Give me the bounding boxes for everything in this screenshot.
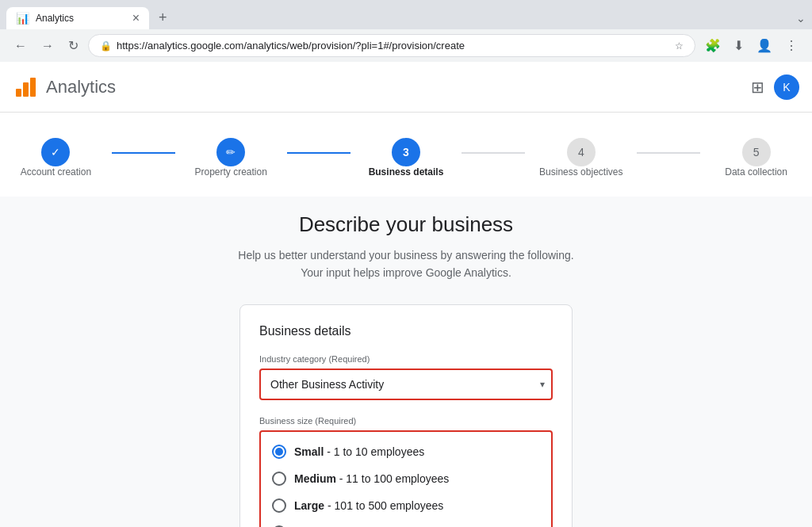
- size-large-label: Large - 101 to 500 employees: [294, 499, 443, 512]
- forward-nav-button[interactable]: →: [36, 36, 59, 56]
- header-right: ⊞ K: [751, 74, 799, 100]
- browser-chrome: 📊 Analytics × + ⌄ ← → ↻ 🔒 https://analyt…: [0, 0, 812, 62]
- business-size-label: Business size (Required): [259, 416, 553, 426]
- browser-tab[interactable]: 📊 Analytics ×: [6, 7, 149, 29]
- stepper: ✓ Account creation ✏ Property creation 3…: [0, 113, 812, 197]
- step-3: 3 Business details: [350, 138, 462, 178]
- download-button[interactable]: ⬇: [729, 35, 749, 56]
- size-large-option[interactable]: Large - 101 to 500 employees: [264, 492, 548, 519]
- browser-toolbar-right: 🧩 ⬇ 👤 ⋮: [700, 35, 802, 56]
- size-medium-radio[interactable]: [272, 472, 286, 486]
- svg-rect-1: [23, 82, 29, 97]
- business-details-card: Business details Industry category (Requ…: [239, 304, 573, 527]
- step-5-circle: 5: [742, 138, 771, 166]
- new-tab-button[interactable]: +: [152, 6, 174, 29]
- address-text: https://analytics.google.com/analytics/w…: [117, 40, 670, 52]
- step-1: ✓ Account creation: [0, 138, 112, 178]
- step-2: ✏ Property creation: [175, 138, 287, 178]
- step-5-label: Data collection: [725, 166, 787, 178]
- tab-favicon-icon: 📊: [16, 12, 29, 25]
- business-size-field: Business size (Required) Small - 1 to 10…: [259, 416, 553, 527]
- size-small-radio[interactable]: [272, 445, 286, 459]
- back-nav-button[interactable]: ←: [10, 36, 32, 56]
- avatar[interactable]: K: [774, 74, 799, 100]
- industry-category-select[interactable]: Other Business Activity Arts and Enterta…: [259, 369, 553, 400]
- step-4-label: Business objectives: [539, 166, 622, 178]
- size-large-radio[interactable]: [272, 498, 286, 513]
- extensions-button[interactable]: 🧩: [700, 35, 726, 56]
- lock-icon: 🔒: [100, 40, 112, 52]
- size-small-label: Small - 1 to 10 employees: [294, 445, 424, 458]
- step-1-label: Account creation: [21, 166, 91, 178]
- app-logo-text: Analytics: [46, 77, 116, 97]
- app-container: Analytics ⊞ K ✓ Account creation ✏ Prope…: [0, 62, 812, 527]
- analytics-logo-icon: [13, 74, 38, 100]
- step-3-circle: 3: [392, 138, 420, 166]
- business-size-radio-group: Small - 1 to 10 employees Medium - 11 to…: [259, 430, 553, 527]
- step-connector-4: [637, 152, 700, 154]
- step-2-circle: ✏: [216, 138, 245, 166]
- app-header: Analytics ⊞ K: [0, 62, 812, 113]
- step-4: 4 Business objectives: [525, 138, 637, 178]
- page-subtitle: Help us better understand your business …: [238, 246, 573, 282]
- step-2-label: Property creation: [195, 166, 267, 178]
- grid-icon[interactable]: ⊞: [751, 78, 764, 97]
- size-very-large-option[interactable]: Very Large - 501+ employees: [264, 519, 548, 527]
- industry-select-wrapper: Other Business Activity Arts and Enterta…: [259, 369, 553, 400]
- tab-title: Analytics: [36, 13, 126, 24]
- step-connector-1: [112, 152, 175, 154]
- step-connector-3: [462, 152, 525, 154]
- browser-titlebar: 📊 Analytics × + ⌄: [0, 0, 812, 29]
- size-small-radio-inner: [275, 448, 283, 456]
- card-title: Business details: [259, 324, 553, 338]
- menu-button[interactable]: ⋮: [780, 35, 802, 56]
- page-title: Describe your business: [299, 212, 513, 237]
- step-4-circle: 4: [567, 138, 596, 166]
- size-small-option[interactable]: Small - 1 to 10 employees: [264, 438, 548, 465]
- tab-close-icon[interactable]: ×: [132, 12, 140, 25]
- address-bar[interactable]: 🔒 https://analytics.google.com/analytics…: [88, 34, 695, 57]
- size-medium-label: Medium - 11 to 100 employees: [294, 472, 449, 485]
- reload-button[interactable]: ↻: [63, 35, 83, 56]
- step-connector-2: [287, 152, 350, 154]
- svg-rect-0: [16, 89, 21, 97]
- subtitle-line1: Help us better understand your business …: [238, 249, 573, 262]
- industry-category-field: Industry category (Required) Other Busin…: [259, 354, 553, 400]
- app-logo: Analytics: [13, 74, 116, 100]
- tab-list-button[interactable]: ⌄: [796, 12, 806, 25]
- size-medium-option[interactable]: Medium - 11 to 100 employees: [264, 465, 548, 492]
- bookmark-icon: ☆: [675, 40, 684, 52]
- step-5: 5 Data collection: [700, 138, 812, 178]
- step-1-circle: ✓: [41, 138, 70, 166]
- main-content: Describe your business Help us better un…: [0, 197, 812, 527]
- step-3-label: Business details: [369, 166, 444, 178]
- svg-rect-2: [30, 78, 36, 97]
- browser-toolbar: ← → ↻ 🔒 https://analytics.google.com/ana…: [0, 29, 812, 62]
- industry-category-label: Industry category (Required): [259, 354, 553, 364]
- profile-button[interactable]: 👤: [752, 35, 777, 56]
- subtitle-line2: Your input helps improve Google Analytic…: [301, 266, 511, 279]
